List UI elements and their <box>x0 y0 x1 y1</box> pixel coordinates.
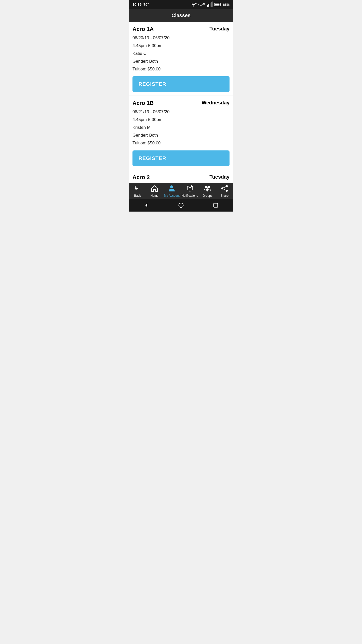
home-icon <box>151 185 158 193</box>
nav-item-notifications[interactable]: Notifications <box>182 185 198 197</box>
register-button-acro1b[interactable]: REGISTER <box>132 150 230 166</box>
page-header: Classes <box>129 9 233 22</box>
register-button-acro1a[interactable]: REGISTER <box>132 76 230 92</box>
class-gender: Gender: Both <box>132 132 230 139</box>
nav-item-share[interactable]: Share <box>217 185 232 197</box>
class-tuition: Tuition: $50.00 <box>132 66 230 73</box>
svg-point-8 <box>170 185 173 188</box>
android-back-button[interactable] <box>141 202 151 209</box>
nav-item-myaccount[interactable]: My Account <box>164 185 179 197</box>
svg-line-16 <box>223 189 226 190</box>
class-name: Acro 2 <box>132 174 150 181</box>
class-instructor: Katie C. <box>132 50 230 57</box>
nav-label-groups: Groups <box>203 194 212 197</box>
class-tuition: Tuition: $50.00 <box>132 140 230 147</box>
class-gender: Gender: Both <box>132 58 230 65</box>
android-home-button[interactable] <box>176 202 186 209</box>
svg-rect-6 <box>220 4 221 5</box>
svg-rect-0 <box>207 5 208 7</box>
back-icon <box>134 185 141 193</box>
class-day: Tuesday <box>209 26 230 32</box>
class-date-range: 08/20/19 - 06/07/20 <box>132 34 230 42</box>
nav-label-home: Home <box>151 194 159 197</box>
groups-icon <box>204 185 211 193</box>
nav-label-back: Back <box>134 194 141 197</box>
svg-rect-2 <box>210 3 210 7</box>
wifi-icon <box>191 2 197 8</box>
nav-label-notifications: Notifications <box>182 194 198 197</box>
class-name: Acro 1B <box>132 100 154 106</box>
class-date-range: 08/21/19 - 06/07/20 <box>132 108 230 116</box>
classes-list: Acro 1A Tuesday 08/20/19 - 06/07/20 4:45… <box>129 22 233 183</box>
battery-percent: 85% <box>223 3 230 7</box>
battery-icon <box>214 3 221 7</box>
class-day: Tuesday <box>209 174 230 180</box>
class-time-range: 4:45pm-5:30pm <box>132 116 230 124</box>
class-card-acro2: Acro 2 Tuesday <box>129 170 233 183</box>
class-card-acro1a: Acro 1A Tuesday 08/20/19 - 06/07/20 4:45… <box>129 22 233 96</box>
nav-item-home[interactable]: Home <box>147 185 162 197</box>
svg-rect-3 <box>211 2 212 7</box>
class-card-acro1b: Acro 1B Wednesday 08/21/19 - 06/07/20 4:… <box>129 96 233 170</box>
class-instructor: Kristen M. <box>132 124 230 131</box>
android-nav-bar <box>129 199 233 212</box>
svg-rect-7 <box>215 4 219 6</box>
nav-item-groups[interactable]: Groups <box>200 185 215 197</box>
class-time-range: 4:45pm-5:30pm <box>132 42 230 50</box>
class-card-header: Acro 1A Tuesday <box>132 26 230 32</box>
svg-point-11 <box>207 186 210 188</box>
temperature-display: 70° <box>144 3 149 7</box>
signal-icon <box>207 2 213 8</box>
svg-point-10 <box>205 186 207 188</box>
nav-item-back[interactable]: Back <box>130 185 145 197</box>
network-type-icon: 4GLTE <box>198 3 205 6</box>
time-display: 10:39 <box>132 3 142 7</box>
class-card-header: Acro 1B Wednesday <box>132 100 230 106</box>
myaccount-icon <box>168 185 175 193</box>
class-name: Acro 1A <box>132 26 154 32</box>
svg-rect-19 <box>214 203 218 207</box>
nav-label-myaccount: My Account <box>164 194 179 197</box>
android-recents-button[interactable] <box>211 202 221 209</box>
class-card-header: Acro 2 Tuesday <box>132 174 230 181</box>
svg-point-12 <box>226 185 228 187</box>
bottom-navigation: Back Home My Account <box>129 183 233 199</box>
page-title: Classes <box>171 13 191 18</box>
nav-label-share: Share <box>220 194 229 197</box>
share-icon <box>221 185 228 193</box>
svg-point-18 <box>179 203 183 208</box>
svg-rect-4 <box>212 2 213 7</box>
svg-point-14 <box>226 190 228 192</box>
svg-marker-17 <box>145 203 147 207</box>
notifications-icon <box>186 185 194 193</box>
status-bar: 10:39 70° 4GLTE 85% <box>129 0 233 9</box>
class-day: Wednesday <box>202 100 230 106</box>
svg-point-13 <box>221 187 223 189</box>
svg-rect-1 <box>208 4 209 7</box>
svg-line-15 <box>223 187 226 188</box>
